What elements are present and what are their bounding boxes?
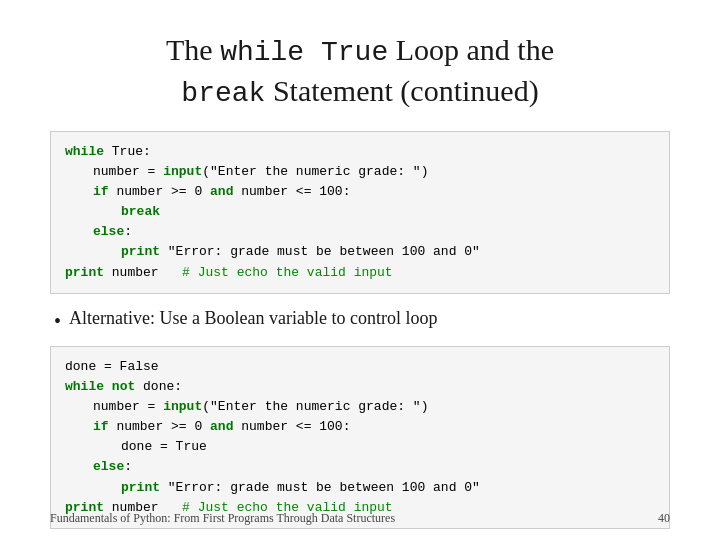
title-text-1: The (166, 33, 220, 66)
footer-left: Fundamentals of Python: From First Progr… (50, 511, 395, 526)
code2-line-1: done = False (65, 357, 655, 377)
code2-line-4: if number >= 0 and number <= 100: (65, 417, 655, 437)
code-line-5: else: (65, 222, 655, 242)
code2-line-6: else: (65, 457, 655, 477)
slide: The while True Loop and the break Statem… (0, 0, 720, 540)
code2-line-7: print "Error: grade must be between 100 … (65, 478, 655, 498)
footer: Fundamentals of Python: From First Progr… (50, 511, 670, 526)
code2-line-2: while not done: (65, 377, 655, 397)
code-line-6: print "Error: grade must be between 100 … (65, 242, 655, 262)
code2-line-3: number = input("Enter the numeric grade:… (65, 397, 655, 417)
code2-line-5: done = True (65, 437, 655, 457)
code-block-2: done = False while not done: number = in… (50, 346, 670, 529)
code-line-4: break (65, 202, 655, 222)
title-text-2: Loop and the (388, 33, 554, 66)
code-line-7: print number # Just echo the valid input (65, 263, 655, 283)
slide-title: The while True Loop and the break Statem… (50, 30, 670, 113)
code-line-2: number = input("Enter the numeric grade:… (65, 162, 655, 182)
code-line-1: while True: (65, 142, 655, 162)
bullet-point: • Alternative: Use a Boolean variable to… (50, 308, 670, 334)
footer-right: 40 (658, 511, 670, 526)
title-mono-1: while True (220, 37, 388, 68)
code-block-1: while True: number = input("Enter the nu… (50, 131, 670, 294)
title-mono-2: break (181, 78, 265, 109)
bullet-dot: • (54, 308, 61, 334)
code-line-3: if number >= 0 and number <= 100: (65, 182, 655, 202)
bullet-text: Alternative: Use a Boolean variable to c… (69, 308, 437, 329)
title-text-3: Statement (continued) (265, 74, 538, 107)
